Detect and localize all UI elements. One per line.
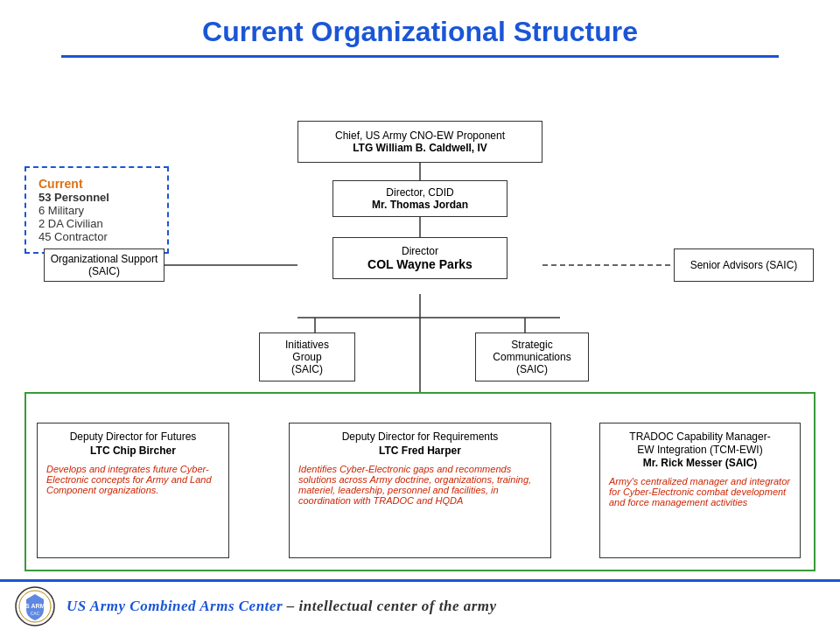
tradoc-line1: TRADOC Capability Manager- [629,430,770,443]
footer-text: US Army Combined Arms Center – intellect… [66,598,497,614]
page-title: Current Organizational Structure [0,0,840,55]
strategic-line2: Communications [493,351,570,363]
senior-advisors-box: Senior Advisors (SAIC) [674,248,814,282]
personnel-line1: 53 Personnel [38,191,155,204]
cdid-line1: Director, CDID [386,186,453,199]
director-line2: COL Wayne Parks [368,257,472,271]
svg-text:US ARMY: US ARMY [21,603,49,609]
org-support-line1: Organizational Support [51,253,158,265]
current-label: Current [38,177,155,191]
deputy-req-box: Deputy Director for Requirements LTC Fre… [289,423,551,558]
personnel-line2: 6 Military [38,204,155,217]
tradoc-box: TRADOC Capability Manager- EW Integratio… [599,423,801,558]
futures-line1: Deputy Director for Futures [70,430,197,443]
director-box: Director COL Wayne Parks [332,237,508,279]
org-chart-area: Current 53 Personnel 6 Military 2 DA Civ… [0,68,840,558]
req-desc: Identifies Cyber-Electronic gaps and rec… [295,464,545,506]
svg-text:CAC: CAC [31,611,40,616]
tradoc-desc: Army's centralized manager and integrato… [606,476,794,508]
initiatives-line3: (SAIC) [291,363,323,375]
tradoc-line2: EW Integration (TCM-EWI) [637,444,762,456]
personnel-line3: 2 DA Civilian [38,217,155,230]
org-support-box: Organizational Support (SAIC) [44,248,164,282]
req-line1: Deputy Director for Requirements [342,430,499,443]
title-underline [61,55,779,58]
initiatives-box: Initiatives Group (SAIC) [259,332,355,382]
personnel-line4: 45 Contractor [38,230,155,243]
tradoc-line3: Mr. Rick Messer (SAIC) [643,457,758,469]
chief-line1: Chief, US Army CNO-EW Proponent [335,130,505,142]
futures-desc: Develops and integrates future Cyber-Ele… [43,464,223,495]
chief-line2: LTG William B. Caldwell, IV [353,142,487,154]
director-line1: Director [402,245,438,257]
footer: US ARMY CAC US Army Combined Arms Center… [0,579,840,630]
chief-box: Chief, US Army CNO-EW Proponent LTG Will… [298,121,542,163]
senior-advisors-line1: Senior Advisors (SAIC) [690,259,798,271]
army-seal: US ARMY CAC [14,585,56,627]
deputy-futures-box: Deputy Director for Futures LTC Chip Bir… [37,423,229,558]
futures-line2: LTC Chip Bircher [90,444,176,457]
strategic-line1: Strategic [511,339,552,351]
req-line2: LTC Fred Harper [379,444,461,457]
initiatives-line2: Group [292,351,321,363]
org-support-line2: (SAIC) [88,265,120,277]
strategic-line3: (SAIC) [516,363,548,375]
cdid-line2: Mr. Thomas Jordan [372,199,468,211]
initiatives-line1: Initiatives [285,339,329,351]
director-cdid-box: Director, CDID Mr. Thomas Jordan [332,180,508,217]
current-personnel-box: Current 53 Personnel 6 Military 2 DA Civ… [24,166,169,254]
footer-content: US Army Combined Arms Center – intellect… [66,598,497,615]
strategic-box: Strategic Communications (SAIC) [475,332,589,382]
